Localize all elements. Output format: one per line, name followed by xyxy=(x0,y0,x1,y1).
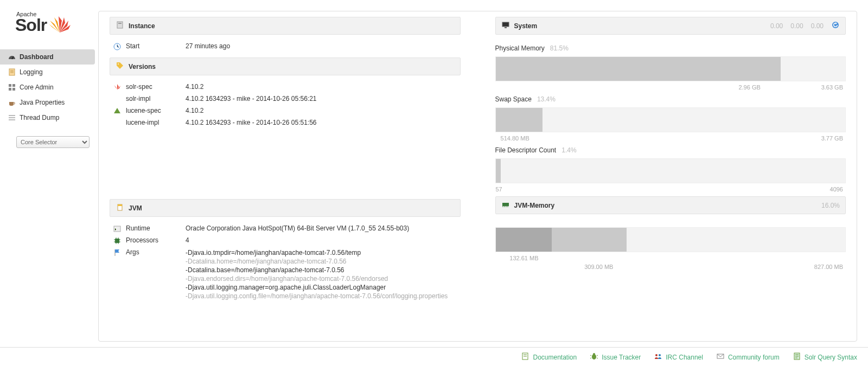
jar-icon xyxy=(116,203,124,213)
nav-core-admin[interactable]: Core Admin xyxy=(0,80,95,95)
logo-solr-text: Solr xyxy=(15,15,47,35)
runtime-label: Runtime xyxy=(126,225,150,232)
arg-line: -Djava.io.tmpdir=/home/jianghan/apache-t… xyxy=(186,248,461,257)
svg-rect-2 xyxy=(12,84,15,87)
nav-label: Dashboard xyxy=(20,53,54,61)
solr-icon xyxy=(113,83,122,93)
panel-title: Instance xyxy=(129,22,155,30)
solr-impl-label: solr-impl xyxy=(126,95,150,102)
footer-forum[interactable]: Community forum xyxy=(716,352,780,362)
metric-bar: 2.96 GB3.63 GB xyxy=(495,56,846,81)
lucene-spec-label: lucene-spec xyxy=(126,107,161,114)
document-icon xyxy=(8,68,16,76)
metric-pct: 1.4% xyxy=(561,146,576,154)
footer: Documentation Issue Tracker IRC Channel … xyxy=(0,347,868,367)
left-column: Instance Start 27 minutes ago Versions s… xyxy=(110,17,461,336)
chip-icon xyxy=(113,236,122,247)
metric-name: Physical Memory xyxy=(495,44,545,52)
metric-used: 2.96 GB xyxy=(738,84,760,91)
svg-rect-19 xyxy=(502,203,509,206)
svg-rect-6 xyxy=(9,117,15,118)
instance-panel: Instance Start 27 minutes ago xyxy=(110,17,461,52)
footer-label: Community forum xyxy=(728,354,780,361)
svg-rect-5 xyxy=(9,115,15,116)
svg-rect-8 xyxy=(117,22,123,28)
args-value: -Djava.io.tmpdir=/home/jianghan/apache-t… xyxy=(186,248,461,300)
panel-title: Versions xyxy=(129,63,156,70)
jvm-mem-bar: 132.61 MB 309.00 MB 827.00 MB xyxy=(495,227,846,252)
arg-line: -Dcatalina.base=/home/jianghan/apache-to… xyxy=(186,266,461,274)
panel-title: System xyxy=(514,22,538,30)
svg-rect-9 xyxy=(118,23,122,24)
system-panel: System 0.00 0.00 0.00 Physical Memory81.… xyxy=(495,17,846,183)
logo: Apache Solr xyxy=(0,11,95,49)
metric: Physical Memory81.5%2.96 GB3.63 GB xyxy=(495,43,846,81)
grid-icon xyxy=(8,83,16,92)
metric-name: File Descriptor Count xyxy=(495,146,557,154)
footer-issue-tracker[interactable]: Issue Tracker xyxy=(590,352,641,362)
svg-point-23 xyxy=(655,354,658,356)
users-icon xyxy=(654,352,662,362)
bug-icon xyxy=(590,352,598,362)
nav-java-properties[interactable]: Java Properties xyxy=(0,95,95,110)
svg-rect-15 xyxy=(115,239,119,243)
main-content: Instance Start 27 minutes ago Versions s… xyxy=(98,11,857,342)
versions-panel: Versions solr-spec4.10.2 solr-impl4.10.2… xyxy=(110,57,461,129)
metric-total: 4096 xyxy=(830,186,843,193)
metric-total: 3.77 GB xyxy=(821,135,843,142)
footer-documentation[interactable]: Documentation xyxy=(521,352,577,362)
jvm-mem-used: 132.61 MB xyxy=(509,255,538,261)
metric-total: 3.63 GB xyxy=(821,84,843,91)
footer-label: Documentation xyxy=(533,354,577,361)
panel-title: JVM-Memory xyxy=(514,202,555,209)
right-column: System 0.00 0.00 0.00 Physical Memory81.… xyxy=(495,17,846,336)
jvm-panel: JVM RuntimeOracle Corporation Java HotSp… xyxy=(110,199,461,303)
gauge-icon xyxy=(8,53,16,61)
lucene-impl-value: 4.10.2 1634293 - mike - 2014-10-26 05:51… xyxy=(186,119,461,126)
sun-icon xyxy=(48,15,72,39)
footer-query-syntax[interactable]: Solr Query Syntax xyxy=(793,352,857,362)
nav-dashboard[interactable]: Dashboard xyxy=(0,49,95,65)
metric-used: 514.80 MB xyxy=(501,135,529,142)
stack-icon xyxy=(8,113,16,122)
core-selector-dropdown[interactable]: Core Selector xyxy=(16,136,90,148)
nav-label: Core Admin xyxy=(20,84,54,91)
footer-label: Solr Query Syntax xyxy=(805,354,857,361)
lucene-icon xyxy=(113,107,122,117)
metric-pct: 13.4% xyxy=(537,95,556,103)
refresh-icon[interactable] xyxy=(831,21,840,31)
coffee-icon xyxy=(8,98,16,107)
svg-rect-4 xyxy=(12,88,15,91)
metric-pct: 81.5% xyxy=(550,44,569,52)
solr-spec-value: 4.10.2 xyxy=(186,83,461,91)
start-label: Start xyxy=(126,42,139,50)
args-label: Args xyxy=(126,248,139,256)
terminal-icon xyxy=(113,225,122,235)
start-value: 27 minutes ago xyxy=(186,42,461,50)
arg-line: -Dcatalina.home=/home/jianghan/apache-to… xyxy=(186,257,461,266)
arg-line: -Djava.endorsed.dirs=/home/jianghan/apac… xyxy=(186,274,461,283)
lucene-spec-value: 4.10.2 xyxy=(186,107,461,114)
svg-rect-3 xyxy=(9,88,11,91)
load-avg-3: 0.00 xyxy=(811,22,824,30)
metric: File Descriptor Count1.4%574096 xyxy=(495,145,846,183)
metric: Swap Space13.4%514.80 MB3.77 GB xyxy=(495,94,846,132)
nav-logging[interactable]: Logging xyxy=(0,65,95,80)
footer-irc[interactable]: IRC Channel xyxy=(654,352,703,362)
memory-icon xyxy=(501,200,510,210)
script-icon xyxy=(793,352,801,362)
panel-title: JVM xyxy=(129,204,142,212)
svg-point-11 xyxy=(118,63,119,65)
nav-label: Thread Dump xyxy=(20,114,59,121)
jvm-mem-pct: 16.0% xyxy=(821,202,840,209)
lucene-impl-label: lucene-impl xyxy=(126,119,159,126)
metric-bar: 514.80 MB3.77 GB xyxy=(495,107,846,132)
nav-thread-dump[interactable]: Thread Dump xyxy=(0,110,95,125)
footer-label: IRC Channel xyxy=(666,354,703,361)
monitor-icon xyxy=(501,21,510,31)
runtime-value: Oracle Corporation Java HotSpot(TM) 64-B… xyxy=(186,225,461,232)
solr-impl-value: 4.10.2 1634293 - mike - 2014-10-26 05:56… xyxy=(186,95,461,102)
jvm-mem-committed: 309.00 MB xyxy=(584,264,613,270)
tag-icon xyxy=(116,61,124,72)
solr-spec-label: solr-spec xyxy=(126,83,152,91)
